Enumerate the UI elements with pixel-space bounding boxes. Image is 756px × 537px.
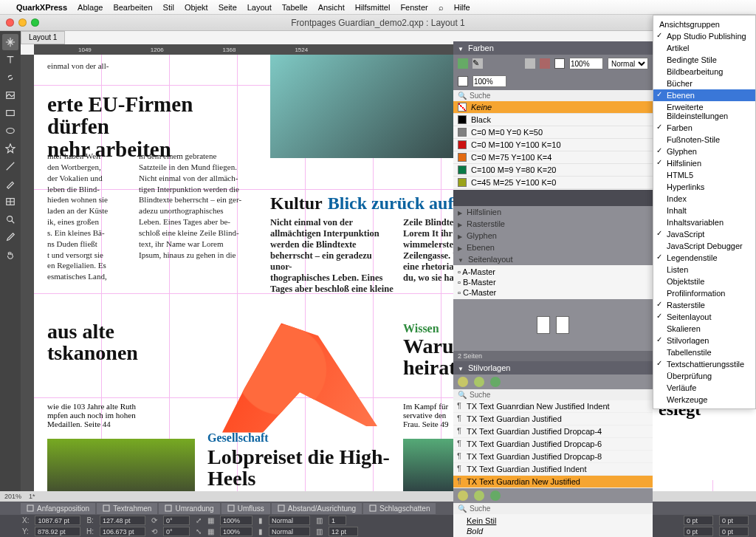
subpanel-seitenlayout[interactable]: Seitenlayout bbox=[453, 253, 653, 265]
subpanel-rasterstile[interactable]: Rasterstile bbox=[453, 218, 653, 230]
master-B-Master[interactable]: ▫ B-Master bbox=[458, 277, 648, 287]
master-A-Master[interactable]: ▫ A-Master bbox=[458, 267, 648, 277]
styles-panel-buttons-2[interactable] bbox=[453, 488, 653, 503]
off1-input[interactable] bbox=[684, 516, 713, 525]
viewgroup-item[interactable]: Legendenstile bbox=[653, 252, 755, 264]
paragraph-style[interactable]: TX Text Guardian New Justified bbox=[453, 476, 653, 488]
paragraph-style[interactable]: TX Text Guardian Justified Dropcap-8 bbox=[453, 451, 653, 463]
eyedropper-tool[interactable] bbox=[2, 229, 18, 245]
zoom-value[interactable]: 201% bbox=[4, 493, 21, 500]
viewgroup-item[interactable]: Bücher bbox=[653, 78, 755, 89]
menu-stil[interactable]: Stil bbox=[163, 3, 174, 12]
colors-panel-toolbar-2[interactable] bbox=[453, 72, 653, 90]
color-list[interactable]: KeineBlackC=0 M=0 Y=0 K=50C=0 M=100 Y=10… bbox=[453, 101, 653, 190]
zoom-icon[interactable] bbox=[31, 18, 39, 27]
menu-bearbeiten[interactable]: Bearbeiten bbox=[113, 3, 152, 12]
zoom-tool[interactable] bbox=[2, 211, 18, 228]
style-edit-icon[interactable] bbox=[490, 377, 501, 387]
viewgroup-item[interactable]: Profilinformation bbox=[653, 287, 755, 299]
rot-input[interactable] bbox=[163, 516, 190, 525]
viewgroup-item[interactable]: Erweiterte Bildeinstellungen bbox=[653, 101, 755, 122]
viewgroup-item[interactable]: Inhaltsvariablen bbox=[653, 216, 755, 228]
color-row[interactable]: C=0 M=100 Y=100 K=10 bbox=[453, 139, 653, 151]
viewgroup-item[interactable]: Seitenlayout bbox=[653, 311, 755, 323]
image-tool[interactable] bbox=[2, 87, 18, 103]
h-input[interactable] bbox=[100, 527, 145, 536]
minimize-icon[interactable] bbox=[18, 18, 27, 27]
hand-tool[interactable] bbox=[2, 247, 18, 263]
viewgroup-item[interactable]: Artikel bbox=[653, 42, 755, 54]
gutter-input[interactable] bbox=[329, 527, 358, 536]
paragraph-style[interactable]: TX Text Guardian Justified Dropcap-6 bbox=[453, 438, 653, 451]
styles-search[interactable]: Suche bbox=[453, 389, 653, 400]
y-input[interactable] bbox=[35, 527, 80, 536]
menu-ansicht[interactable]: Ansicht bbox=[318, 3, 345, 12]
colors-panel-toolbar-1[interactable]: ✎ Normal bbox=[453, 55, 653, 72]
viewgroup-item[interactable]: HTML5 bbox=[653, 169, 755, 181]
meas-tab[interactable]: Textrahmen bbox=[97, 503, 157, 514]
move-tool[interactable] bbox=[2, 34, 18, 50]
subpanel-hilfslinien[interactable]: Hilfslinien bbox=[453, 206, 653, 218]
viewgroup-item[interactable]: Index bbox=[653, 193, 755, 205]
viewgroup-item[interactable]: Objektstile bbox=[653, 276, 755, 287]
menu-hilfe[interactable]: Hilfe bbox=[454, 3, 470, 12]
w-input[interactable] bbox=[100, 516, 145, 525]
viewgroup-item[interactable]: Bildbearbeitung bbox=[653, 66, 755, 78]
viewgroup-item[interactable]: App Studio Publishing bbox=[653, 30, 755, 42]
viewgroup-item[interactable]: Stilvorlagen bbox=[653, 335, 755, 346]
viewgroup-item[interactable]: Bedingte Stile bbox=[653, 54, 755, 66]
paragraph-style[interactable]: TX Text Guardian Justified bbox=[453, 413, 653, 425]
rect-tool[interactable] bbox=[2, 105, 18, 121]
opacity-2-input[interactable] bbox=[472, 75, 506, 87]
master-C-Master[interactable]: ▫ C-Master bbox=[458, 287, 648, 298]
color-row[interactable]: C=100 M=9 Y=80 K=20 bbox=[453, 164, 653, 177]
viewgroup-item[interactable]: Listen bbox=[653, 264, 755, 276]
style-dup-icon[interactable] bbox=[474, 377, 484, 387]
star-tool[interactable] bbox=[2, 140, 18, 157]
page-thumb-1[interactable] bbox=[537, 316, 550, 334]
text-tool[interactable] bbox=[2, 52, 18, 68]
paragraph-style[interactable]: TX Text Guardian Justified Dropcap-4 bbox=[453, 425, 653, 438]
viewgroup-item[interactable]: Hyperlinks bbox=[653, 181, 755, 193]
app-name[interactable]: QuarkXPress bbox=[16, 3, 67, 12]
color-row[interactable]: C=0 M=0 Y=0 K=50 bbox=[453, 126, 653, 139]
paragraph-style-list[interactable]: TX Text Guanrdian New Justified IndentTX… bbox=[453, 400, 653, 488]
viewgroup-item[interactable]: Inhalt bbox=[653, 205, 755, 216]
char-style-none[interactable]: Kein Stil bbox=[458, 516, 648, 526]
pages-thumbnails[interactable] bbox=[453, 299, 653, 351]
none-icon-2[interactable] bbox=[458, 76, 468, 86]
colors-search[interactable]: Suche bbox=[453, 90, 653, 101]
style-new-icon[interactable] bbox=[458, 377, 468, 387]
line-tool[interactable] bbox=[2, 158, 18, 174]
panels-stack[interactable]: Farben ✎ Normal Suche KeineBlackC=0 M=0 … bbox=[453, 41, 653, 537]
viewgroups-title[interactable]: Ansichtsgruppen bbox=[653, 18, 755, 30]
viewgroup-item[interactable]: Farben bbox=[653, 122, 755, 134]
meas-tab[interactable]: Anfangsposition bbox=[21, 503, 95, 514]
styles-panel-header[interactable]: Stilvorlagen bbox=[453, 361, 653, 374]
subpanel-glyphen[interactable]: Glyphen bbox=[453, 230, 653, 242]
pen-tool[interactable] bbox=[2, 176, 18, 192]
none-icon[interactable] bbox=[554, 58, 565, 69]
menu-seite[interactable]: Seite bbox=[219, 3, 237, 12]
page-thumb-2[interactable] bbox=[556, 316, 569, 334]
add-color-icon[interactable] bbox=[458, 58, 468, 69]
menu-fenster[interactable]: Fenster bbox=[400, 3, 427, 12]
close-icon[interactable] bbox=[6, 18, 14, 27]
menu-hilfsmittel[interactable]: Hilfsmittel bbox=[355, 3, 391, 12]
meas-tab[interactable]: Abstand/Ausrichtung bbox=[272, 503, 362, 514]
viewgroup-item[interactable]: Rasterstile bbox=[653, 299, 755, 311]
off2b-input[interactable] bbox=[719, 527, 749, 536]
layout-tab[interactable]: Layout 1 bbox=[21, 31, 65, 44]
rot2-input[interactable] bbox=[163, 527, 190, 536]
mode1-input[interactable] bbox=[269, 516, 310, 525]
edit-color-icon[interactable]: ✎ bbox=[472, 58, 483, 69]
color-row[interactable]: C=45 M=25 Y=100 K=0 bbox=[453, 177, 653, 189]
frame-mode-icon[interactable] bbox=[540, 58, 550, 69]
character-style-list[interactable]: Kein Stil Bold bbox=[453, 514, 653, 537]
viewgroup-item[interactable]: JavaScript Debugger bbox=[653, 240, 755, 252]
opacity-1-input[interactable] bbox=[569, 58, 603, 69]
paragraph-style[interactable]: TX Text Guardian Justified Indent bbox=[453, 463, 653, 476]
gradient-bar[interactable] bbox=[453, 190, 653, 206]
scale-input[interactable] bbox=[220, 516, 252, 525]
cols-input[interactable] bbox=[329, 516, 346, 525]
